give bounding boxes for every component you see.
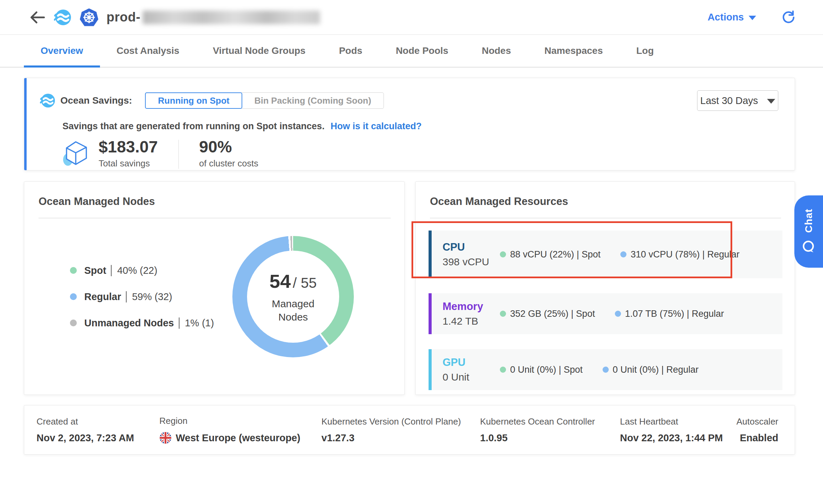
cpu-accent-bar <box>429 231 432 278</box>
info-value: 1.0.95 <box>480 432 620 444</box>
savings-view-toggle: Running on Spot Bin Packing (Coming Soon… <box>145 92 384 109</box>
gpu-spot-value: 0 Unit (0%) | Spot <box>510 365 583 375</box>
top-bar: prod- Actions <box>0 0 823 35</box>
savings-description: Savings that are generated from running … <box>62 121 324 131</box>
chevron-down-icon <box>749 16 756 20</box>
cpu-regular-value: 310 vCPU (78%) | Regular <box>631 249 739 260</box>
resources-panel-title: Ocean Managed Resources <box>416 182 795 208</box>
ocean-logo-icon <box>54 9 71 26</box>
tab-node-pools[interactable]: Node Pools <box>379 35 465 67</box>
spot-dot-icon <box>500 311 506 317</box>
info-label: Kubernetes Ocean Controller <box>480 416 620 427</box>
legend-item-unmanaged: Unmanaged Nodes 1% (1) <box>70 317 214 329</box>
memory-accent-bar <box>429 293 432 334</box>
resource-row-cpu: CPU 398 vCPU 88 vCPU (22%) | Spot 310 vC… <box>429 231 782 278</box>
total-savings-label: Total savings <box>99 158 158 169</box>
running-on-spot-toggle[interactable]: Running on Spot <box>145 92 242 109</box>
regular-dot-icon <box>70 293 77 300</box>
info-ocean-controller: Kubernetes Ocean Controller 1.0.95 <box>480 416 620 444</box>
period-dropdown-value: Last 30 Days <box>700 95 758 106</box>
info-autoscaler: Autoscaler Enabled <box>736 416 778 444</box>
info-value: Enabled <box>736 432 778 444</box>
tab-pods[interactable]: Pods <box>322 35 379 67</box>
chat-button[interactable]: Chat <box>794 195 823 268</box>
chat-label: Chat <box>803 209 814 233</box>
memory-regular-value: 1.07 TB (75%) | Regular <box>625 309 724 319</box>
spot-dot-icon <box>500 367 506 373</box>
ocean-managed-resources-panel: Ocean Managed Resources CPU 398 vCPU 88 … <box>415 181 795 395</box>
vertical-divider <box>178 140 179 169</box>
info-label: Region <box>159 416 321 426</box>
tab-virtual-node-groups[interactable]: Virtual Node Groups <box>196 35 322 67</box>
info-label: Kubernetes Version (Control Plane) <box>321 416 480 427</box>
gpu-accent-bar <box>429 349 432 390</box>
gpu-regular-value: 0 Unit (0%) | Regular <box>613 365 699 375</box>
info-region: Region West Europe (westeurope) <box>159 416 321 444</box>
tab-log[interactable]: Log <box>620 35 670 67</box>
legend-label: Regular <box>84 291 121 302</box>
cluster-cost-percent-block: 90% of cluster costs <box>199 138 258 169</box>
cluster-cost-percent-value: 90% <box>199 138 258 155</box>
info-value: West Europe (westeurope) <box>176 432 300 444</box>
gpu-label: GPU <box>443 356 500 369</box>
total-savings-block: $183.07 Total savings <box>99 138 158 169</box>
resource-row-memory: Memory 1.42 TB 352 GB (25%) | Spot 1.07 … <box>429 293 782 334</box>
uk-flag-icon <box>159 432 172 444</box>
managed-nodes-donut-chart: 54 / 55 Managed Nodes <box>232 236 354 357</box>
legend-value: 40% (22) <box>111 265 157 276</box>
tab-namespaces[interactable]: Namespaces <box>528 35 619 67</box>
donut-caption: Managed Nodes <box>262 297 324 324</box>
page-title: prod- <box>106 10 141 25</box>
tab-cost-analysis[interactable]: Cost Analysis <box>100 35 196 67</box>
info-last-heartbeat: Last Heartbeat Nov 22, 2023, 1:44 PM <box>620 416 736 444</box>
ocean-managed-nodes-panel: Ocean Managed Nodes Spot 40% (22) Regula… <box>24 181 405 395</box>
info-label: Autoscaler <box>736 416 778 427</box>
memory-label: Memory <box>443 300 500 313</box>
regular-dot-icon <box>603 367 609 373</box>
ocean-cluster-overview-page: prod- Actions Overview Cost Analysis Vir… <box>0 0 823 504</box>
refresh-button[interactable] <box>781 10 796 25</box>
info-value: Nov 2, 2023, 7:23 AM <box>37 432 159 444</box>
cluster-info-bar: Created at Nov 2, 2023, 7:23 AM Region W… <box>24 405 795 455</box>
total-savings-value: $183.07 <box>99 138 158 155</box>
unmanaged-dot-icon <box>70 320 77 326</box>
tab-nodes[interactable]: Nodes <box>465 35 528 67</box>
legend-item-regular: Regular 59% (32) <box>70 291 214 302</box>
back-arrow-icon[interactable] <box>29 10 46 25</box>
chat-bubble-icon <box>801 239 816 254</box>
legend-item-spot: Spot 40% (22) <box>70 265 214 276</box>
tab-overview[interactable]: Overview <box>24 35 100 67</box>
info-created-at: Created at Nov 2, 2023, 7:23 AM <box>37 416 159 444</box>
legend-label: Unmanaged Nodes <box>84 317 174 329</box>
legend-value: 59% (32) <box>126 291 172 302</box>
cpu-label: CPU <box>443 241 500 253</box>
info-value: Nov 22, 2023, 1:44 PM <box>620 432 736 444</box>
donut-center: 54 / 55 Managed Nodes <box>247 251 339 343</box>
nodes-legend: Spot 40% (22) Regular 59% (32) Unmanaged… <box>70 250 214 344</box>
regular-dot-icon <box>620 251 626 257</box>
nodes-panel-title: Ocean Managed Nodes <box>24 182 404 208</box>
savings-cube-icon <box>62 139 89 168</box>
info-k8s-version: Kubernetes Version (Control Plane) v1.27… <box>321 416 480 444</box>
memory-total: 1.42 TB <box>443 315 500 327</box>
tab-bar: Overview Cost Analysis Virtual Node Grou… <box>0 35 823 68</box>
actions-button[interactable]: Actions <box>708 12 756 23</box>
resource-row-gpu: GPU 0 Unit 0 Unit (0%) | Spot 0 Unit (0%… <box>429 349 782 390</box>
actions-label: Actions <box>708 12 744 23</box>
bin-packing-toggle[interactable]: Bin Packing (Coming Soon) <box>242 92 384 109</box>
cpu-spot-value: 88 vCPU (22%) | Spot <box>510 249 601 260</box>
legend-label: Spot <box>84 265 106 276</box>
chevron-down-icon <box>767 99 775 104</box>
ocean-savings-panel: Ocean Savings: Running on Spot Bin Packi… <box>24 78 795 171</box>
ocean-savings-label: Ocean Savings: <box>60 95 132 106</box>
info-label: Last Heartbeat <box>620 416 736 427</box>
how-calculated-link[interactable]: How is it calculated? <box>331 121 422 131</box>
total-count: / 55 <box>293 275 317 291</box>
cluster-cost-percent-label: of cluster costs <box>199 158 258 169</box>
cpu-total: 398 vCPU <box>443 256 500 268</box>
period-dropdown[interactable]: Last 30 Days <box>697 90 778 111</box>
info-label: Created at <box>37 416 159 427</box>
gpu-total: 0 Unit <box>443 371 500 383</box>
ocean-savings-icon <box>40 93 55 108</box>
memory-spot-value: 352 GB (25%) | Spot <box>510 309 595 319</box>
